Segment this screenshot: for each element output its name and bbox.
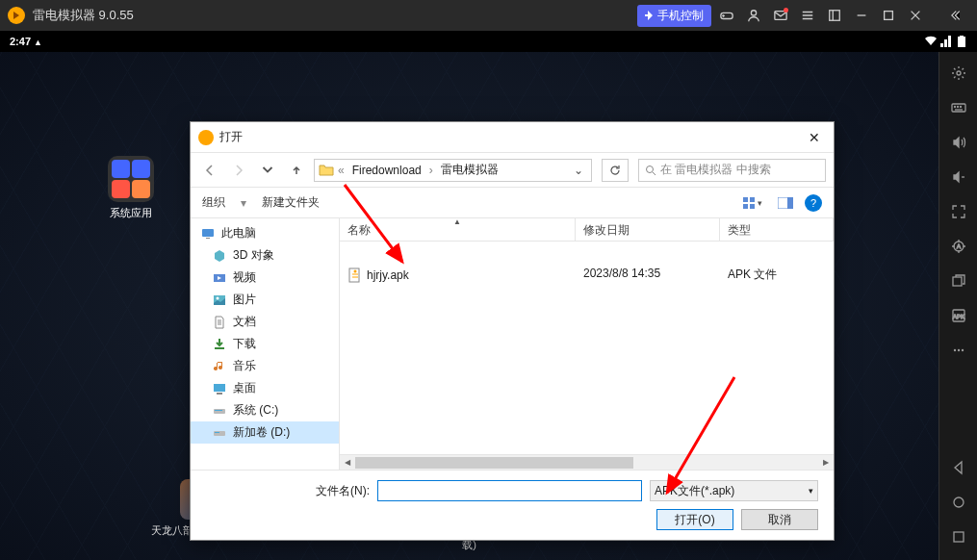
tree-item-image[interactable]: 图片 <box>191 289 339 311</box>
svg-rect-21 <box>214 409 225 414</box>
folder-icon <box>108 156 154 202</box>
svg-rect-30 <box>952 104 965 112</box>
svg-rect-10 <box>743 204 748 209</box>
android-recent-button[interactable] <box>945 523 972 550</box>
view-mode-button[interactable]: ▾ <box>738 194 766 212</box>
column-type[interactable]: 类型 <box>720 218 834 241</box>
dialog-logo-icon <box>198 130 214 145</box>
sidebar-settings-icon[interactable] <box>945 60 972 87</box>
tree-item-3d[interactable]: 3D 对象 <box>191 244 339 267</box>
svg-rect-19 <box>214 384 225 392</box>
wifi-icon <box>925 36 937 47</box>
nav-back-button[interactable] <box>198 159 221 182</box>
nav-recent-dropdown[interactable] <box>256 159 279 182</box>
new-folder-button[interactable]: 新建文件夹 <box>262 194 320 211</box>
cancel-button[interactable]: 取消 <box>741 509 818 530</box>
svg-point-7 <box>647 165 654 172</box>
open-button[interactable]: 打开(O) <box>656 509 733 530</box>
tree-item-video[interactable]: 视频 <box>191 267 339 289</box>
svg-rect-6 <box>960 36 964 37</box>
list-rows[interactable]: hjrjy.apk 2023/8/8 14:35 APK 文件 <box>340 242 834 454</box>
maximize-button[interactable] <box>877 4 900 27</box>
path-segment-0[interactable]: Firedownload <box>348 162 425 179</box>
expand-icon[interactable] <box>823 4 846 27</box>
tree-item-pc[interactable]: 此电脑 <box>191 222 339 244</box>
path-bar[interactable]: « Firedownload › 雷电模拟器 ⌄ <box>314 159 592 182</box>
preview-pane-button[interactable] <box>774 195 797 211</box>
desktop-folder-system-apps[interactable]: 系统应用 <box>104 156 158 220</box>
close-button[interactable] <box>904 4 927 27</box>
svg-rect-14 <box>202 229 214 237</box>
svg-rect-36 <box>953 277 962 286</box>
dialog-titlebar: 打开 ✕ <box>191 122 834 153</box>
svg-point-26 <box>354 269 357 272</box>
android-back-button[interactable] <box>945 454 972 481</box>
svg-point-42 <box>954 497 964 507</box>
search-input[interactable]: 在 雷电模拟器 中搜索 <box>638 159 826 182</box>
emulator-desktop[interactable]: 系统应用 天龙八部2: 飞龙战天 全民江湖 秦时明月: 沧海 (预下载) 天命传… <box>0 52 938 560</box>
menu-icon[interactable] <box>796 4 819 27</box>
sidebar-keyboard-icon[interactable] <box>945 94 972 121</box>
sidebar-volume-up-icon[interactable] <box>945 129 972 156</box>
gamepad-icon[interactable] <box>715 4 738 27</box>
horizontal-scrollbar[interactable]: ◀▶ <box>340 454 834 470</box>
svg-point-18 <box>217 296 219 299</box>
status-time: 2:47 <box>10 36 31 47</box>
signal-icon <box>940 36 952 47</box>
tree-item-doc[interactable]: 文档 <box>191 311 339 333</box>
nav-up-button[interactable] <box>285 159 308 182</box>
phone-control-button[interactable]: 手机控制 <box>637 5 711 27</box>
minimize-button[interactable] <box>850 4 873 27</box>
tree-item-music[interactable]: 音乐 <box>191 355 339 377</box>
svg-point-32 <box>957 107 958 108</box>
help-button[interactable]: ? <box>805 194 822 212</box>
svg-rect-5 <box>958 37 965 47</box>
tree-item-desktop[interactable]: 桌面 <box>191 377 339 399</box>
sidebar-locate-icon[interactable]: A <box>945 233 972 260</box>
svg-point-40 <box>957 349 959 351</box>
filename-label: 文件名(N): <box>206 483 370 499</box>
svg-point-39 <box>953 349 955 351</box>
svg-rect-15 <box>206 238 210 239</box>
column-date[interactable]: 修改日期 <box>576 218 720 241</box>
svg-rect-9 <box>750 197 755 202</box>
svg-point-33 <box>960 107 961 108</box>
sidebar-fullscreen-icon[interactable] <box>945 198 972 225</box>
path-dropdown-button[interactable]: ⌄ <box>570 164 587 177</box>
tree-item-disk-d[interactable]: 新加卷 (D:) <box>191 421 339 444</box>
file-list: 名称▲ 修改日期 类型 hjrjy.apk 2023/8/8 14:35 APK… <box>340 218 834 470</box>
dialog-close-button[interactable]: ✕ <box>803 126 826 149</box>
file-type-filter[interactable]: APK文件(*.apk)▾ <box>650 480 818 501</box>
sidebar-volume-down-icon[interactable] <box>945 164 972 191</box>
filename-input[interactable] <box>377 480 642 501</box>
search-icon <box>645 165 656 176</box>
battery-icon <box>956 36 967 47</box>
svg-rect-43 <box>954 532 964 542</box>
dialog-title: 打开 <box>219 129 243 145</box>
dialog-nav-bar: « Firedownload › 雷电模拟器 ⌄ 在 雷电模拟器 中搜索 <box>191 153 834 188</box>
sidebar-install-apk-icon[interactable]: APK <box>945 302 972 329</box>
sidebar-multi-instance-icon[interactable] <box>945 267 972 294</box>
sidebar-more-icon[interactable] <box>945 337 972 364</box>
organize-button[interactable]: 组织 <box>202 194 225 211</box>
android-home-button[interactable] <box>945 489 972 516</box>
folder-tree[interactable]: 此电脑 3D 对象 视频 图片 文档 下载 音乐 桌面 系统 (C:) 新加卷 … <box>191 218 340 470</box>
app-title: 雷电模拟器 9.0.55 <box>33 7 637 24</box>
mail-icon[interactable] <box>769 4 792 27</box>
svg-rect-24 <box>215 432 219 433</box>
app-titlebar: 雷电模拟器 9.0.55 手机控制 <box>0 0 977 31</box>
user-icon[interactable] <box>742 4 765 27</box>
tree-item-disk-c[interactable]: 系统 (C:) <box>191 399 339 421</box>
svg-point-41 <box>961 349 963 351</box>
collapse-sidebar-icon[interactable] <box>946 4 969 27</box>
tree-item-download[interactable]: 下载 <box>191 333 339 355</box>
app-logo-icon <box>8 7 25 24</box>
refresh-button[interactable] <box>602 159 629 182</box>
nav-forward-button[interactable] <box>227 159 250 182</box>
path-segment-1[interactable]: 雷电模拟器 <box>437 160 502 180</box>
svg-rect-23 <box>214 431 225 436</box>
column-name[interactable]: 名称▲ <box>340 218 576 241</box>
file-row[interactable]: hjrjy.apk 2023/8/8 14:35 APK 文件 <box>340 261 834 289</box>
emulator-sidebar: A APK <box>938 52 977 560</box>
dialog-toolbar: 组织▾ 新建文件夹 ▾ ? <box>191 188 834 218</box>
